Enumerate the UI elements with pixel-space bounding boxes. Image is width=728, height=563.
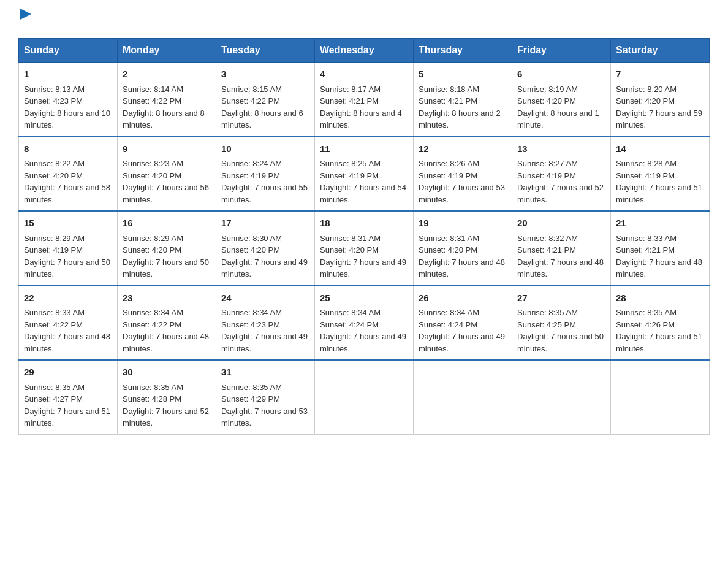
calendar-cell: 17Sunrise: 8:30 AMSunset: 4:20 PMDayligh… [216, 211, 315, 286]
calendar-cell: 27Sunrise: 8:35 AMSunset: 4:25 PMDayligh… [512, 286, 611, 361]
day-info: Sunrise: 8:19 AMSunset: 4:20 PMDaylight:… [517, 83, 605, 131]
calendar-cell: 31Sunrise: 8:35 AMSunset: 4:29 PMDayligh… [216, 360, 315, 434]
day-number: 19 [419, 216, 507, 231]
calendar-week-row: 8Sunrise: 8:22 AMSunset: 4:20 PMDaylight… [19, 137, 710, 212]
day-number: 11 [320, 142, 408, 156]
day-number: 14 [616, 142, 704, 156]
calendar-cell: 26Sunrise: 8:34 AMSunset: 4:24 PMDayligh… [414, 286, 512, 361]
calendar-cell: 6Sunrise: 8:19 AMSunset: 4:20 PMDaylight… [512, 63, 611, 137]
calendar-cell: 11Sunrise: 8:25 AMSunset: 4:19 PMDayligh… [315, 137, 414, 212]
calendar-cell: 3Sunrise: 8:15 AMSunset: 4:22 PMDaylight… [216, 63, 315, 137]
day-number: 7 [616, 67, 704, 82]
day-info: Sunrise: 8:34 AMSunset: 4:22 PMDaylight:… [123, 307, 211, 354]
day-info: Sunrise: 8:32 AMSunset: 4:21 PMDaylight:… [517, 232, 605, 280]
day-info: Sunrise: 8:35 AMSunset: 4:27 PMDaylight:… [24, 381, 112, 429]
day-number: 30 [123, 366, 211, 380]
calendar-cell [512, 360, 611, 434]
day-info: Sunrise: 8:35 AMSunset: 4:26 PMDaylight:… [616, 307, 704, 354]
day-number: 21 [616, 216, 704, 231]
day-info: Sunrise: 8:35 AMSunset: 4:25 PMDaylight:… [517, 307, 605, 354]
calendar-cell [611, 360, 710, 434]
calendar-cell: 15Sunrise: 8:29 AMSunset: 4:19 PMDayligh… [19, 211, 118, 286]
day-info: Sunrise: 8:26 AMSunset: 4:19 PMDaylight:… [419, 158, 507, 205]
day-number: 12 [419, 142, 507, 156]
day-info: Sunrise: 8:15 AMSunset: 4:22 PMDaylight:… [221, 83, 309, 131]
day-number: 27 [517, 291, 605, 305]
day-info: Sunrise: 8:31 AMSunset: 4:20 PMDaylight:… [419, 232, 507, 280]
calendar-cell: 24Sunrise: 8:34 AMSunset: 4:23 PMDayligh… [216, 286, 315, 361]
day-number: 24 [221, 291, 309, 305]
day-info: Sunrise: 8:33 AMSunset: 4:21 PMDaylight:… [616, 232, 704, 280]
page-header [18, 12, 710, 26]
day-info: Sunrise: 8:35 AMSunset: 4:28 PMDaylight:… [123, 381, 211, 429]
calendar-cell: 30Sunrise: 8:35 AMSunset: 4:28 PMDayligh… [118, 360, 216, 434]
day-number: 3 [221, 67, 309, 82]
day-info: Sunrise: 8:13 AMSunset: 4:23 PMDaylight:… [24, 83, 112, 131]
day-info: Sunrise: 8:18 AMSunset: 4:21 PMDaylight:… [419, 83, 507, 131]
calendar-cell: 2Sunrise: 8:14 AMSunset: 4:22 PMDaylight… [118, 63, 216, 137]
day-info: Sunrise: 8:33 AMSunset: 4:22 PMDaylight:… [24, 307, 112, 354]
weekday-header-saturday: Saturday [611, 39, 710, 63]
calendar-cell: 28Sunrise: 8:35 AMSunset: 4:26 PMDayligh… [611, 286, 710, 361]
calendar-week-row: 22Sunrise: 8:33 AMSunset: 4:22 PMDayligh… [19, 286, 710, 361]
day-info: Sunrise: 8:34 AMSunset: 4:24 PMDaylight:… [419, 307, 507, 354]
day-number: 18 [320, 216, 408, 231]
calendar-cell: 16Sunrise: 8:29 AMSunset: 4:20 PMDayligh… [118, 211, 216, 286]
weekday-header-sunday: Sunday [19, 39, 118, 63]
day-info: Sunrise: 8:25 AMSunset: 4:19 PMDaylight:… [320, 158, 408, 205]
day-number: 15 [24, 216, 112, 231]
day-number: 5 [419, 67, 507, 82]
calendar-cell: 13Sunrise: 8:27 AMSunset: 4:19 PMDayligh… [512, 137, 611, 212]
calendar-cell: 19Sunrise: 8:31 AMSunset: 4:20 PMDayligh… [414, 211, 512, 286]
day-info: Sunrise: 8:31 AMSunset: 4:20 PMDaylight:… [320, 232, 408, 280]
calendar-cell: 20Sunrise: 8:32 AMSunset: 4:21 PMDayligh… [512, 211, 611, 286]
weekday-header-monday: Monday [118, 39, 216, 63]
day-number: 8 [24, 142, 112, 156]
day-info: Sunrise: 8:35 AMSunset: 4:29 PMDaylight:… [221, 381, 309, 429]
weekday-header-wednesday: Wednesday [315, 39, 414, 63]
calendar-cell: 9Sunrise: 8:23 AMSunset: 4:20 PMDaylight… [118, 137, 216, 212]
calendar-cell: 5Sunrise: 8:18 AMSunset: 4:21 PMDaylight… [414, 63, 512, 137]
calendar-cell: 7Sunrise: 8:20 AMSunset: 4:20 PMDaylight… [611, 63, 710, 137]
day-number: 28 [616, 291, 704, 305]
day-number: 29 [24, 366, 112, 380]
day-info: Sunrise: 8:29 AMSunset: 4:20 PMDaylight:… [123, 232, 211, 280]
day-info: Sunrise: 8:34 AMSunset: 4:23 PMDaylight:… [221, 307, 309, 354]
calendar-cell: 8Sunrise: 8:22 AMSunset: 4:20 PMDaylight… [19, 137, 118, 212]
day-number: 22 [24, 291, 112, 305]
calendar-week-row: 1Sunrise: 8:13 AMSunset: 4:23 PMDaylight… [19, 63, 710, 137]
day-info: Sunrise: 8:27 AMSunset: 4:19 PMDaylight:… [517, 158, 605, 205]
calendar-cell: 12Sunrise: 8:26 AMSunset: 4:19 PMDayligh… [414, 137, 512, 212]
day-info: Sunrise: 8:29 AMSunset: 4:19 PMDaylight:… [24, 232, 112, 280]
day-number: 1 [24, 67, 112, 82]
calendar-cell: 22Sunrise: 8:33 AMSunset: 4:22 PMDayligh… [19, 286, 118, 361]
calendar-cell: 29Sunrise: 8:35 AMSunset: 4:27 PMDayligh… [19, 360, 118, 434]
calendar-cell: 14Sunrise: 8:28 AMSunset: 4:19 PMDayligh… [611, 137, 710, 212]
day-number: 2 [123, 67, 211, 82]
day-info: Sunrise: 8:30 AMSunset: 4:20 PMDaylight:… [221, 232, 309, 280]
logo-arrow-icon [20, 9, 31, 20]
calendar-week-row: 15Sunrise: 8:29 AMSunset: 4:19 PMDayligh… [19, 211, 710, 286]
day-info: Sunrise: 8:23 AMSunset: 4:20 PMDaylight:… [123, 158, 211, 205]
day-info: Sunrise: 8:34 AMSunset: 4:24 PMDaylight:… [320, 307, 408, 354]
day-info: Sunrise: 8:24 AMSunset: 4:19 PMDaylight:… [221, 158, 309, 205]
day-number: 26 [419, 291, 507, 305]
day-info: Sunrise: 8:20 AMSunset: 4:20 PMDaylight:… [616, 83, 704, 131]
day-number: 23 [123, 291, 211, 305]
calendar-table: SundayMondayTuesdayWednesdayThursdayFrid… [18, 38, 710, 435]
calendar-week-row: 29Sunrise: 8:35 AMSunset: 4:27 PMDayligh… [19, 360, 710, 434]
weekday-header-row: SundayMondayTuesdayWednesdayThursdayFrid… [19, 39, 710, 63]
calendar-cell: 23Sunrise: 8:34 AMSunset: 4:22 PMDayligh… [118, 286, 216, 361]
day-number: 16 [123, 216, 211, 231]
day-number: 6 [517, 67, 605, 82]
weekday-header-friday: Friday [512, 39, 611, 63]
calendar-cell: 21Sunrise: 8:33 AMSunset: 4:21 PMDayligh… [611, 211, 710, 286]
day-number: 13 [517, 142, 605, 156]
calendar-cell [414, 360, 512, 434]
calendar-cell: 1Sunrise: 8:13 AMSunset: 4:23 PMDaylight… [19, 63, 118, 137]
day-number: 31 [221, 366, 309, 380]
day-number: 10 [221, 142, 309, 156]
day-number: 25 [320, 291, 408, 305]
day-info: Sunrise: 8:17 AMSunset: 4:21 PMDaylight:… [320, 83, 408, 131]
day-info: Sunrise: 8:22 AMSunset: 4:20 PMDaylight:… [24, 158, 112, 205]
